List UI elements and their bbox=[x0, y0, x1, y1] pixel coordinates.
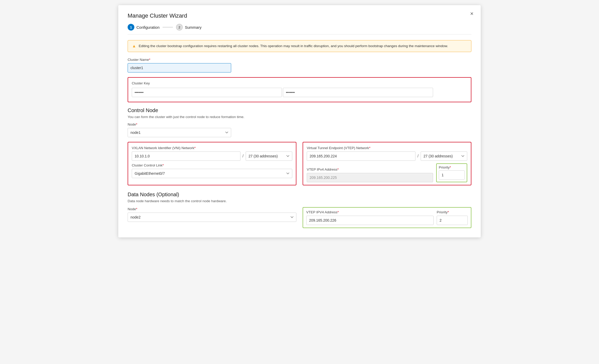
cluster-key-label: Cluster Key bbox=[132, 81, 467, 85]
priority-field: Priority* bbox=[436, 163, 467, 182]
cluster-key-box: Cluster Key bbox=[128, 77, 471, 102]
vtep-ip-input[interactable] bbox=[307, 151, 415, 161]
vtep-ipv4-input[interactable] bbox=[307, 173, 433, 182]
warning-banner: ▲ Editing the cluster bootstrap configur… bbox=[128, 40, 471, 52]
vtep-ipv4-label: VTEP IPv4 Address* bbox=[307, 168, 433, 171]
priority-label: Priority* bbox=[439, 165, 465, 169]
vtep-ip-row: / 27 (30 addresses) 24 (254 addresses) bbox=[307, 151, 467, 161]
data-nodes-title: Data Nodes (Optional) bbox=[128, 192, 471, 198]
wizard-title: Manage Cluster Wizard bbox=[128, 12, 471, 19]
vtep-prefix-select[interactable]: 27 (30 addresses) 24 (254 addresses) bbox=[421, 151, 467, 161]
cluster-key-input-2[interactable] bbox=[283, 88, 433, 97]
vtep-network-label: Virtual Tunnel Endpoint (VTEP) Network* bbox=[307, 146, 467, 150]
ccl-field: Cluster Control Link* GigabitEthernet0/7… bbox=[132, 163, 292, 178]
data-nodes-section: Data Nodes (Optional) Data node hardware… bbox=[128, 192, 471, 228]
node-label: Node* bbox=[128, 122, 471, 126]
data-node-label: Node* bbox=[128, 207, 296, 211]
step-2: 2 Summary bbox=[176, 24, 201, 31]
data-nodes-bottom-row: Node* node2 node1 node3 VTEP IPV4 Addres… bbox=[128, 207, 471, 228]
data-nodes-vtep-ipv4-label: VTEP IPV4 Address* bbox=[306, 210, 434, 214]
data-node-select-col: Node* node2 node1 node3 bbox=[128, 207, 296, 228]
control-node-title: Control Node bbox=[128, 107, 471, 113]
node-select[interactable]: node1 node2 node3 bbox=[128, 128, 231, 137]
data-nodes-priority-field: Priority* bbox=[437, 210, 468, 225]
step-2-circle: 2 bbox=[176, 24, 183, 31]
ccl-label: Cluster Control Link* bbox=[132, 163, 292, 167]
data-nodes-priority-input[interactable] bbox=[437, 216, 468, 225]
vni-label: VXLAN Network Identifier (VNI) Network* bbox=[132, 146, 292, 150]
vni-ip-input[interactable] bbox=[132, 151, 240, 161]
data-nodes-vtep-addr-field: VTEP IPV4 Address* bbox=[306, 210, 434, 225]
slash-divider: / bbox=[243, 154, 244, 158]
warning-text: Editing the cluster bootstrap configurat… bbox=[139, 43, 448, 49]
vtep-box: Virtual Tunnel Endpoint (VTEP) Network* … bbox=[303, 142, 471, 185]
steps-bar: 1 Configuration 2 Summary bbox=[128, 24, 471, 34]
cluster-name-section: Cluster Name* bbox=[128, 58, 471, 72]
close-button[interactable]: × bbox=[470, 11, 473, 17]
cluster-key-input-1[interactable] bbox=[132, 88, 282, 97]
step-1-circle: 1 bbox=[128, 24, 134, 31]
step-divider bbox=[163, 27, 173, 27]
data-node-select[interactable]: node2 node1 node3 bbox=[128, 213, 296, 222]
ccl-select[interactable]: GigabitEthernet0/7 GigabitEthernet0/0 Gi… bbox=[132, 169, 292, 178]
node-field: Node* node1 node2 node3 bbox=[128, 122, 471, 137]
control-node-section: Control Node You can form the cluster wi… bbox=[128, 107, 471, 185]
step-2-label: Summary bbox=[185, 25, 201, 30]
vni-vtep-row: VXLAN Network Identifier (VNI) Network* … bbox=[128, 142, 471, 185]
vtep-ipv4-field: VTEP IPv4 Address* bbox=[307, 168, 433, 182]
cluster-name-input[interactable] bbox=[128, 63, 231, 72]
data-nodes-vtep-priority-box: VTEP IPV4 Address* Priority* bbox=[303, 207, 471, 228]
data-nodes-priority-label: Priority* bbox=[437, 210, 468, 214]
data-nodes-desc: Data node hardware needs to match the co… bbox=[128, 199, 471, 203]
cluster-name-label: Cluster Name* bbox=[128, 58, 471, 62]
warning-icon: ▲ bbox=[132, 44, 136, 48]
vtep-addr-priority-row: VTEP IPv4 Address* Priority* bbox=[307, 163, 467, 182]
step-1-label: Configuration bbox=[136, 25, 159, 30]
priority-input[interactable] bbox=[439, 170, 465, 180]
data-nodes-vtep-ipv4-input[interactable] bbox=[306, 216, 434, 225]
vni-box: VXLAN Network Identifier (VNI) Network* … bbox=[128, 142, 296, 185]
vni-prefix-select[interactable]: 27 (30 addresses) 24 (254 addresses) 25 … bbox=[246, 151, 292, 161]
step-1: 1 Configuration bbox=[128, 24, 159, 31]
wizard-container: Manage Cluster Wizard × 1 Configuration … bbox=[118, 5, 481, 237]
vtep-slash: / bbox=[418, 154, 419, 158]
vni-ip-row: / 27 (30 addresses) 24 (254 addresses) 2… bbox=[132, 151, 292, 161]
control-node-desc: You can form the cluster with just the c… bbox=[128, 115, 471, 119]
